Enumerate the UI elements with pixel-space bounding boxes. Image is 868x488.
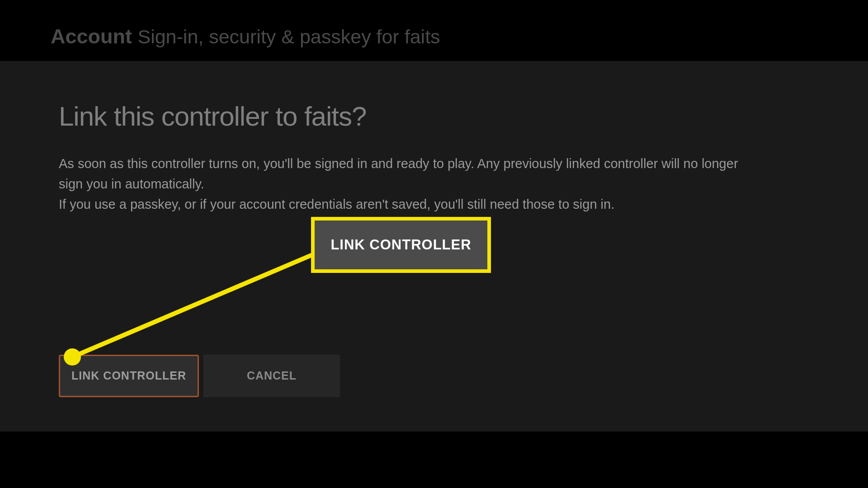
page-header: Account Sign-in, security & passkey for … [0,0,868,61]
dialog-title: Link this controller to faits? [59,101,809,132]
dialog-body-line2: If you use a passkey, or if your account… [59,194,764,215]
header-account-label: Account [51,25,132,48]
dialog-body: As soon as this controller turns on, you… [59,154,764,215]
annotation-dot [64,348,81,366]
dialog-body-line1: As soon as this controller turns on, you… [59,154,764,194]
annotation-callout: LINK CONTROLLER [311,217,491,273]
annotation-callout-label: LINK CONTROLLER [330,237,471,253]
cancel-button[interactable]: CANCEL [203,355,340,397]
header-subtitle: Sign-in, security & passkey for faits [137,26,440,47]
button-row: LINK CONTROLLER CANCEL [59,355,809,397]
